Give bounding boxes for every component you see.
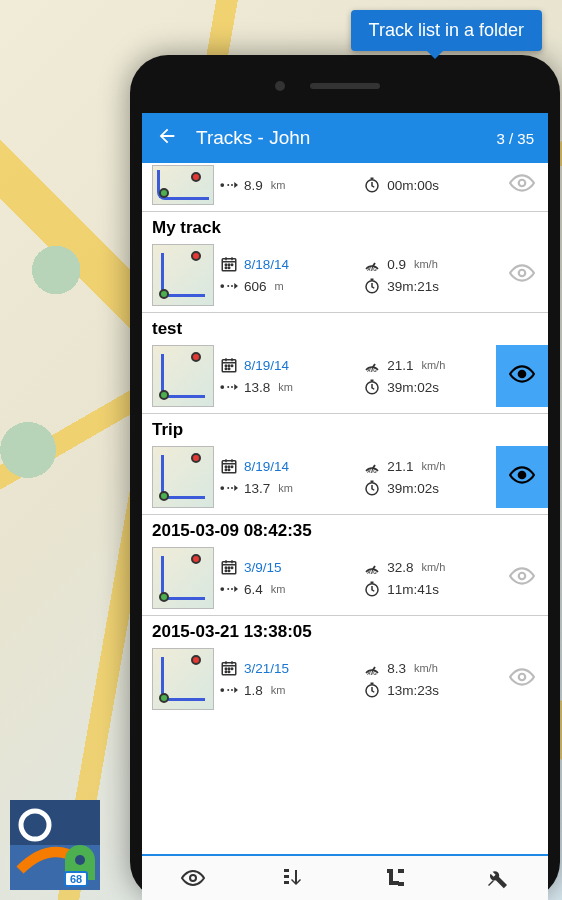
svg-point-52 xyxy=(519,573,526,580)
track-stats: 3/9/15AVG32.8km/h6.4km11m:41s xyxy=(220,547,490,609)
stopwatch-icon xyxy=(363,580,381,598)
calendar-icon xyxy=(220,558,238,576)
track-item[interactable]: 8.9km00m:00s xyxy=(142,163,548,211)
svg-point-26 xyxy=(231,386,233,388)
tooltip-callout: Track list in a folder xyxy=(351,10,542,51)
svg-point-56 xyxy=(231,668,233,670)
svg-point-7 xyxy=(228,264,230,266)
date-stat: 3/9/15 xyxy=(220,558,355,576)
distance-stat: 13.8km xyxy=(220,378,355,396)
svg-text:AVG: AVG xyxy=(367,469,377,474)
svg-text:AVG: AVG xyxy=(367,570,377,575)
svg-point-54 xyxy=(225,668,227,670)
back-button[interactable] xyxy=(156,125,178,151)
visibility-toggle[interactable] xyxy=(496,446,548,508)
eye-icon xyxy=(509,563,535,593)
speed-stat: AVG0.9km/h xyxy=(363,255,486,273)
time-stat: 00m:00s xyxy=(363,176,486,194)
calendar-icon xyxy=(220,255,238,273)
sort-icon xyxy=(282,866,306,890)
svg-point-36 xyxy=(220,486,224,490)
visibility-toggle[interactable] xyxy=(496,244,548,306)
distance-icon xyxy=(220,583,238,595)
toggle-visibility-button[interactable] xyxy=(142,856,244,900)
sort-button[interactable] xyxy=(244,856,346,900)
svg-point-25 xyxy=(227,386,229,388)
distance-stat: 1.8km xyxy=(220,681,355,699)
svg-point-21 xyxy=(225,368,227,370)
track-item[interactable]: My track8/18/14AVG0.9km/h606m39m:21s xyxy=(142,211,548,312)
track-title: My track xyxy=(142,212,548,240)
track-title: 2015-03-09 08:42:35 xyxy=(142,515,548,543)
svg-point-62 xyxy=(231,689,233,691)
track-item[interactable]: 2015-03-21 13:38:053/21/15AVG8.3km/h1.8k… xyxy=(142,615,548,716)
svg-text:AVG: AVG xyxy=(367,368,377,373)
svg-point-20 xyxy=(231,365,233,367)
speed-stat: AVG21.1km/h xyxy=(363,356,486,374)
svg-point-61 xyxy=(227,689,229,691)
speed-icon: AVG xyxy=(363,459,381,474)
track-thumbnail xyxy=(152,165,214,205)
tree-icon xyxy=(384,866,408,890)
visibility-toggle[interactable] xyxy=(496,345,548,407)
visibility-toggle[interactable] xyxy=(496,165,548,205)
speed-stat: AVG32.8km/h xyxy=(363,558,486,576)
speed-icon: AVG xyxy=(363,661,381,676)
folder-tree-button[interactable] xyxy=(345,856,447,900)
stopwatch-icon xyxy=(363,681,381,699)
time-stat: 39m:02s xyxy=(363,378,486,396)
track-thumbnail xyxy=(152,446,214,508)
visibility-toggle[interactable] xyxy=(496,648,548,710)
svg-point-19 xyxy=(228,365,230,367)
svg-point-57 xyxy=(225,671,227,673)
svg-point-28 xyxy=(519,371,526,378)
svg-text:68: 68 xyxy=(70,873,82,885)
track-item[interactable]: Trip8/19/14AVG21.1km/h13.7km39m:02s xyxy=(142,413,548,514)
date-stat: 8/18/14 xyxy=(220,255,355,273)
speed-icon: AVG xyxy=(363,257,381,272)
svg-point-18 xyxy=(225,365,227,367)
stopwatch-icon xyxy=(363,479,381,497)
track-title: 2015-03-21 13:38:05 xyxy=(142,616,548,644)
svg-point-43 xyxy=(228,567,230,569)
eye-icon xyxy=(509,664,535,694)
eye-icon xyxy=(181,866,205,890)
svg-point-58 xyxy=(228,671,230,673)
calendar-icon xyxy=(220,457,238,475)
track-thumbnail xyxy=(152,547,214,609)
eye-icon xyxy=(509,361,535,391)
track-list[interactable]: 8.9km00m:00sMy track8/18/14AVG0.9km/h606… xyxy=(142,163,548,854)
app-logo: 68 xyxy=(10,800,100,890)
svg-point-14 xyxy=(231,285,233,287)
appbar: Tracks - John 3 / 35 xyxy=(142,113,548,163)
eye-icon xyxy=(509,260,535,290)
svg-text:AVG: AVG xyxy=(367,671,377,676)
svg-point-40 xyxy=(519,472,526,479)
svg-point-13 xyxy=(227,285,229,287)
calendar-icon xyxy=(220,659,238,677)
speed-icon: AVG xyxy=(363,560,381,575)
bottom-toolbar xyxy=(142,854,548,900)
svg-point-0 xyxy=(220,183,224,187)
distance-stat: 606m xyxy=(220,277,355,295)
distance-icon xyxy=(220,280,238,292)
svg-point-37 xyxy=(227,487,229,489)
stopwatch-icon xyxy=(363,378,381,396)
tools-button[interactable] xyxy=(447,856,549,900)
svg-point-1 xyxy=(227,184,229,186)
visibility-toggle[interactable] xyxy=(496,547,548,609)
svg-point-42 xyxy=(225,567,227,569)
eye-icon xyxy=(509,462,535,492)
distance-stat: 13.7km xyxy=(220,479,355,497)
time-stat: 39m:21s xyxy=(363,277,486,295)
tools-icon xyxy=(485,866,509,890)
track-thumbnail xyxy=(152,345,214,407)
svg-point-4 xyxy=(519,180,526,187)
speed-stat: AVG21.1km/h xyxy=(363,457,486,475)
screen: Tracks - John 3 / 35 8.9km00m:00sMy trac… xyxy=(142,113,548,900)
track-item[interactable]: test8/19/14AVG21.1km/h13.8km39m:02s xyxy=(142,312,548,413)
track-item[interactable]: 2015-03-09 08:42:353/9/15AVG32.8km/h6.4k… xyxy=(142,514,548,615)
stopwatch-icon xyxy=(363,277,381,295)
page-title: Tracks - John xyxy=(196,127,478,149)
svg-point-32 xyxy=(231,466,233,468)
